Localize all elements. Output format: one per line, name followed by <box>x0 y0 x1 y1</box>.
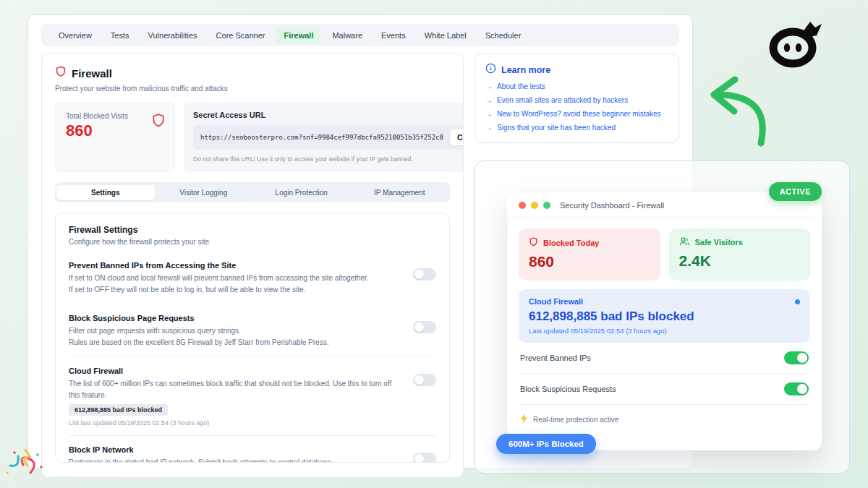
tab-vulnerabilities[interactable]: Vulnerabilities <box>141 27 205 44</box>
users-icon <box>679 236 690 248</box>
bad-ips-badge: 612,898,885 bad IPs blocked <box>69 404 168 416</box>
tab-firewall[interactable]: Firewall <box>276 27 320 44</box>
window-close-dot[interactable] <box>519 202 526 209</box>
tab-scheduler[interactable]: Scheduler <box>478 27 529 44</box>
total-blocked-value: 860 <box>66 121 164 140</box>
tab-events[interactable]: Events <box>374 27 413 44</box>
safe-visitors-label: Safe Visitors <box>695 238 743 247</box>
learn-more-title: Learn more <box>501 65 550 75</box>
prevent-banned-ips-row: Prevent Banned IPs <box>519 343 810 374</box>
setting-desc: The list of 600+ million IPs can sometim… <box>69 378 403 401</box>
dashboard-overlay: ACTIVE Security Dashboard - Firewall <box>474 160 850 474</box>
tab-tests[interactable]: Tests <box>103 27 137 44</box>
learn-link-label: About the tests <box>497 82 545 90</box>
firewall-settings-box: Firewall Settings Configure how the fire… <box>55 213 450 463</box>
setting-row-prevent-banned-ips: Prevent Banned IPs from Accessing the Si… <box>69 252 436 304</box>
firewall-sub-tabs: Settings Visitor Logging Login Protectio… <box>55 182 450 202</box>
firewall-card: Firewall Protect your website from malic… <box>41 53 464 478</box>
subtab-settings[interactable]: Settings <box>56 185 155 200</box>
setting-desc: If set to ON cloud and local firewall wi… <box>69 273 403 284</box>
learn-link-label: Signs that your site has been hacked <box>497 124 616 132</box>
status-dot-icon <box>795 299 800 304</box>
tab-core-scanner[interactable]: Core Scanner <box>209 27 273 44</box>
total-blocked-card: Total Blocked Visits 860 <box>55 103 175 172</box>
setting-desc: Filter out page requests with suspicious… <box>69 325 403 337</box>
block-suspicious-toggle[interactable] <box>413 321 436 333</box>
total-blocked-label: Total Blocked Visits <box>66 112 164 120</box>
curved-arrow-icon <box>696 71 772 150</box>
setting-title: Cloud Firewall <box>69 367 403 375</box>
cloud-firewall-value: 612,898,885 bad IPs blocked <box>529 309 800 324</box>
setting-desc: Participate in the global bad IP network… <box>69 457 403 463</box>
setting-title: Prevent Banned IPs from Accessing the Si… <box>69 261 403 270</box>
cloud-firewall-label: Cloud Firewall <box>529 297 800 306</box>
blocked-today-label: Blocked Today <box>543 239 599 247</box>
block-ip-network-toggle[interactable] <box>413 453 436 463</box>
learn-link-about-tests[interactable]: → About the tests <box>485 82 668 90</box>
window-title: Security Dashboard - Firewall <box>560 201 664 210</box>
cloud-firewall-card: Cloud Firewall 612,898,885 bad IPs block… <box>519 289 810 343</box>
tab-malware[interactable]: Malware <box>325 27 370 44</box>
prevent-banned-ips-switch[interactable] <box>784 351 809 364</box>
realtime-protection-status: Real-time protection active <box>519 405 810 425</box>
secret-url-warning: Do not share this URL! Use it only to ac… <box>193 155 464 163</box>
window-minimize-dot[interactable] <box>531 202 538 209</box>
shield-icon <box>529 236 538 249</box>
prevent-banned-ips-label: Prevent Banned IPs <box>520 354 591 362</box>
firewall-header: Firewall Protect your website from malic… <box>42 53 463 100</box>
subtab-visitor-logging[interactable]: Visitor Logging <box>155 185 253 200</box>
stats-row: Total Blocked Visits 860 Secret Access U… <box>42 100 463 172</box>
block-suspicious-row: Block Suspicious Requests <box>519 374 810 405</box>
safe-visitors-card: Safe Visitors 2.4K <box>669 228 811 281</box>
learn-link-site-hacked[interactable]: → Signs that your site has been hacked <box>485 124 668 132</box>
tab-overview[interactable]: Overview <box>51 27 99 44</box>
info-icon <box>485 63 496 77</box>
safe-visitors-value: 2.4K <box>679 252 801 270</box>
blocked-today-card: Blocked Today 860 <box>519 228 660 281</box>
confetti-decoration <box>1 431 52 484</box>
ninja-logo-icon <box>765 20 823 71</box>
learn-link-wordpress-mistakes[interactable]: → New to WordPress? avoid these beginner… <box>485 110 668 118</box>
setting-title: Block IP Network <box>69 445 403 454</box>
page: Overview Tests Vulnerabilities Core Scan… <box>0 0 868 488</box>
security-dashboard-window: Security Dashboard - Firewall Blocked To… <box>507 192 822 450</box>
ips-blocked-pill: 600M+ IPs Blocked <box>496 434 596 454</box>
secret-url-label: Secret Access URL <box>193 111 464 119</box>
page-title: Firewall <box>72 67 112 80</box>
arrow-right-icon: → <box>485 124 493 132</box>
secret-url-box: https://seoboosterpro.com?snf=9984cef997… <box>193 125 464 150</box>
shield-icon <box>151 112 166 132</box>
arrow-right-icon: → <box>485 82 493 90</box>
settings-heading: Firewall Settings <box>69 225 436 235</box>
subtab-ip-management[interactable]: IP Management <box>351 185 449 200</box>
blocked-today-value: 860 <box>529 253 650 270</box>
subtab-login-protection[interactable]: Login Protection <box>252 185 351 200</box>
setting-desc: If set to OFF they will not be able to l… <box>69 284 403 296</box>
arrow-right-icon: → <box>485 110 493 118</box>
prevent-banned-ips-toggle[interactable] <box>413 268 436 281</box>
list-updated-note: List last updated 05/19/2025 02:54 (3 ho… <box>69 419 403 427</box>
setting-title: Block Suspicious Page Requests <box>69 314 403 322</box>
learn-more-card: Learn more → About the tests → Even smal… <box>475 53 679 143</box>
cloud-firewall-updated: Last updated 05/19/2025 02:54 (3 hours a… <box>529 327 800 335</box>
block-suspicious-switch[interactable] <box>784 382 809 395</box>
shield-icon <box>55 65 67 81</box>
setting-row-block-ip-network: Block IP Network Participate in the glob… <box>69 436 436 463</box>
tab-white-label[interactable]: White Label <box>417 27 474 44</box>
cloud-firewall-toggle[interactable] <box>413 374 436 386</box>
active-status-badge: ACTIVE <box>769 182 822 201</box>
nav-tabs: Overview Tests Vulnerabilities Core Scan… <box>41 24 679 46</box>
setting-desc: Rules are based on the excellent 8G Fire… <box>69 337 403 348</box>
learn-link-label: Even small sites are attacked by hackers <box>497 96 628 104</box>
copy-button[interactable]: Copy <box>449 129 464 146</box>
setting-row-block-suspicious: Block Suspicious Page Requests Filter ou… <box>69 304 436 357</box>
learn-link-small-sites[interactable]: → Even small sites are attacked by hacke… <box>485 96 668 104</box>
settings-subheading: Configure how the firewall protects your… <box>69 238 436 246</box>
arrow-right-icon: → <box>485 96 493 104</box>
setting-row-cloud-firewall: Cloud Firewall The list of 600+ million … <box>69 357 436 436</box>
lightning-icon <box>520 414 528 425</box>
window-maximize-dot[interactable] <box>543 202 550 209</box>
page-subtitle: Protect your website from malicious traf… <box>55 85 450 93</box>
block-suspicious-label: Block Suspicious Requests <box>520 385 616 393</box>
secret-url-card: Secret Access URL https://seoboosterpro.… <box>184 103 464 172</box>
